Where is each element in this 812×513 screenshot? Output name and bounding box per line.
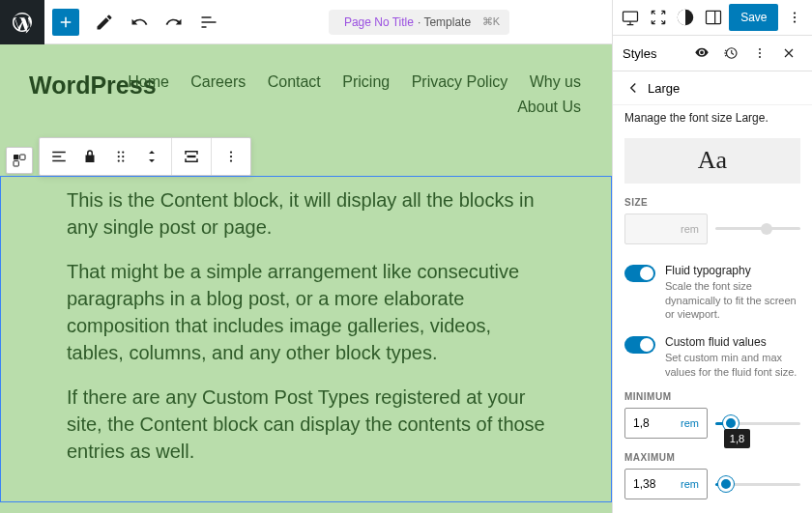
wordpress-logo[interactable]: [0, 0, 44, 44]
editor-topbar: Page No Title · Template ⌘K: [0, 0, 612, 44]
options-menu-button[interactable]: [782, 0, 806, 35]
svg-point-7: [118, 159, 120, 161]
revisions-button[interactable]: [717, 36, 744, 71]
nav-item[interactable]: Contact: [268, 73, 321, 90]
breadcrumb-label: Large: [648, 81, 680, 96]
more-options-button[interactable]: [216, 141, 246, 172]
document-title-bar[interactable]: Page No Title · Template ⌘K: [329, 10, 509, 35]
primary-nav: Home Careers Contact Pricing Privacy Pol…: [110, 73, 581, 91]
minimum-label: MINIMUM: [613, 391, 812, 408]
panel-header: Styles: [613, 36, 812, 71]
nav-item[interactable]: About Us: [517, 99, 581, 115]
minimum-input[interactable]: 1,8rem: [624, 408, 708, 439]
chevron-left-icon: [624, 79, 642, 97]
nav-item[interactable]: Pricing: [342, 73, 390, 90]
document-outline-button[interactable]: [191, 5, 226, 40]
settings-button[interactable]: [702, 0, 726, 35]
edit-tool-button[interactable]: [87, 5, 122, 40]
panel-title: Styles: [623, 46, 688, 61]
svg-point-17: [794, 16, 796, 18]
view-desktop-button[interactable]: [619, 0, 643, 35]
full-width-button[interactable]: [176, 141, 207, 172]
custom-fluid-label: Custom fluid values: [665, 335, 800, 349]
svg-point-10: [230, 151, 232, 153]
settings-sidebar: Save Styles Large Manage the font size L…: [612, 0, 812, 513]
svg-rect-1: [20, 155, 25, 159]
style-book-button[interactable]: [688, 36, 715, 71]
zoom-out-button[interactable]: [647, 0, 671, 35]
svg-rect-15: [706, 11, 720, 23]
nav-item[interactable]: Home: [128, 73, 169, 90]
undo-button[interactable]: [122, 5, 157, 40]
redo-button[interactable]: [157, 5, 191, 40]
panel-description: Manage the font size Large.: [613, 105, 812, 134]
nav-item[interactable]: Privacy Policy: [412, 73, 508, 90]
block-toolbar: [39, 137, 251, 176]
size-slider[interactable]: [715, 219, 800, 239]
move-up-down-button[interactable]: [136, 141, 167, 172]
select-parent-button[interactable]: [6, 147, 33, 174]
svg-point-16: [794, 12, 796, 14]
close-panel-button[interactable]: [775, 36, 802, 71]
panel-breadcrumb[interactable]: Large: [613, 71, 812, 105]
save-button[interactable]: Save: [729, 4, 778, 31]
fluid-typography-desc: Scale the font size dynamically to fit t…: [665, 279, 800, 323]
svg-point-5: [118, 156, 120, 157]
svg-point-21: [759, 52, 761, 54]
svg-point-20: [759, 48, 761, 50]
lock-button[interactable]: [74, 141, 105, 172]
paragraph[interactable]: If there are any Custom Post Types regis…: [67, 384, 545, 465]
custom-fluid-toggle[interactable]: [624, 336, 655, 354]
editor-canvas[interactable]: WordPress Home Careers Contact Pricing P…: [0, 44, 612, 513]
nav-item[interactable]: Why us: [530, 73, 581, 90]
drag-handle[interactable]: [105, 141, 136, 172]
custom-fluid-desc: Set custom min and max values for the fl…: [665, 351, 800, 380]
svg-point-18: [794, 20, 796, 22]
svg-rect-13: [624, 12, 638, 21]
svg-point-8: [122, 159, 124, 161]
nav-item[interactable]: Careers: [190, 73, 246, 90]
svg-point-11: [230, 156, 232, 157]
font-preview: Aa: [624, 138, 800, 184]
svg-point-4: [122, 151, 124, 153]
panel-more-button[interactable]: [746, 36, 773, 71]
fluid-typography-label: Fluid typography: [665, 264, 800, 277]
size-label: SIZE: [613, 197, 812, 214]
maximum-input[interactable]: 1,38rem: [624, 469, 708, 499]
maximum-label: MAXIMUM: [613, 452, 812, 469]
add-block-button[interactable]: [52, 9, 79, 36]
svg-point-3: [118, 151, 120, 153]
svg-rect-0: [14, 155, 18, 159]
keyboard-shortcut: ⌘K: [482, 15, 500, 28]
paragraph[interactable]: That might be a simple arrangement like …: [67, 258, 545, 366]
svg-point-6: [122, 156, 124, 157]
maximum-slider[interactable]: [715, 474, 800, 494]
svg-point-12: [230, 159, 232, 161]
primary-nav-row2: About Us: [517, 99, 581, 116]
slider-tooltip: 1,8: [724, 429, 750, 448]
svg-rect-9: [188, 156, 196, 157]
paragraph[interactable]: This is the Content block, it will displ…: [67, 186, 545, 241]
fluid-typography-toggle[interactable]: [624, 265, 655, 282]
align-button[interactable]: [44, 141, 74, 172]
size-input[interactable]: rem: [624, 214, 708, 244]
svg-rect-2: [14, 161, 18, 166]
content-block[interactable]: This is the Content block, it will displ…: [0, 176, 612, 502]
page-title: Page No Title: [344, 15, 414, 29]
svg-point-22: [759, 56, 761, 58]
styles-button[interactable]: [674, 0, 698, 35]
minimum-slider[interactable]: 1,8: [715, 413, 800, 433]
